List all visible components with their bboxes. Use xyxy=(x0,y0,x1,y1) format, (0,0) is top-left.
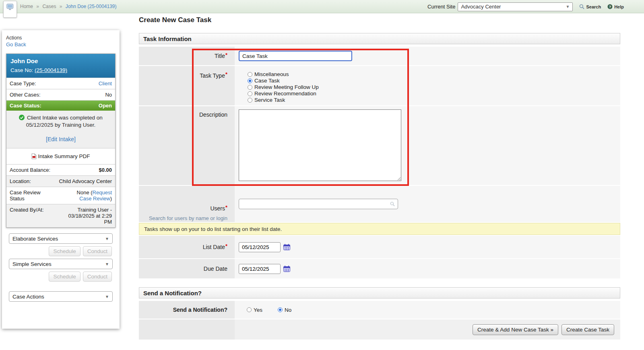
created-by-value: Training User - 03/18/2025 at 2:29 PM xyxy=(62,207,112,225)
notification-option-no[interactable]: No xyxy=(278,307,291,313)
simple-services-select[interactable]: Simple Services ▼ xyxy=(9,259,113,269)
elaborate-services-select[interactable]: Elaborate Services ▼ xyxy=(9,233,113,244)
task-type-row: Task Type* Miscellaneous Case Task Revie… xyxy=(139,66,620,105)
description-textarea[interactable] xyxy=(239,109,401,181)
app-tab[interactable] xyxy=(3,1,17,18)
case-review-label: Case Review Status xyxy=(10,189,52,202)
breadcrumb: Home » Cases » John Doe (25-0004139) xyxy=(20,0,117,13)
location-label: Location: xyxy=(10,178,31,184)
list-date-row: List Date* xyxy=(139,236,620,258)
task-type-option-service-task[interactable]: Service Task xyxy=(248,97,285,103)
current-site-label: Current Site xyxy=(427,4,455,10)
required-asterisk: * xyxy=(225,243,227,249)
current-site-select[interactable]: Advocacy Center ▼ xyxy=(458,2,573,11)
breadcrumb-cases[interactable]: Cases xyxy=(42,4,56,9)
case-actions-select[interactable]: Case Actions ▼ xyxy=(9,291,113,302)
radio-icon[interactable] xyxy=(248,91,252,96)
users-sublabel: Search for users by name or login xyxy=(149,214,227,222)
due-date-input[interactable] xyxy=(239,264,281,274)
services-section: Elaborate Services ▼ Schedule Conduct Si… xyxy=(6,233,116,302)
notification-option-yes[interactable]: Yes xyxy=(247,307,262,313)
case-summary-card: John Doe Case No: (25-0004139) Case Type… xyxy=(6,54,116,228)
case-no-label: Case No: xyxy=(10,67,33,73)
edit-intake-link[interactable]: [Edit Intake] xyxy=(46,136,76,142)
calendar-icon[interactable] xyxy=(283,266,290,272)
case-review-row: Case Review Status None (Request Case Re… xyxy=(6,187,115,204)
description-row: Description xyxy=(139,106,620,185)
list-date-label: List Date xyxy=(203,244,225,250)
case-status-bar: Case Status: Open xyxy=(6,100,115,111)
task-type-option-label: Review Recommendation xyxy=(254,91,316,97)
radio-icon[interactable] xyxy=(248,98,252,103)
conduct-button[interactable]: Conduct xyxy=(83,272,112,282)
case-status-value: Open xyxy=(99,103,112,109)
simple-services-value: Simple Services xyxy=(12,261,52,267)
title-row: Title* xyxy=(139,47,620,65)
topbar-right-group: Current Site Advocacy Center ▼ Search ? … xyxy=(427,0,624,13)
sidebar: Actions Go Back John Doe Case No: (25-00… xyxy=(2,30,120,329)
create-case-task-button[interactable]: Create Case Task xyxy=(561,324,614,335)
case-type-link[interactable]: Client xyxy=(99,80,112,86)
form-buttons-row: Create & Add New Case Task » Create Case… xyxy=(139,319,620,340)
calendar-icon[interactable] xyxy=(283,244,290,250)
account-balance-value: $0.00 xyxy=(54,167,112,173)
radio-icon[interactable] xyxy=(248,72,252,77)
intake-pdf-link[interactable]: Intake Summary PDF xyxy=(38,153,90,159)
due-date-label: Due Date xyxy=(204,266,227,272)
create-and-add-new-case-task-button[interactable]: Create & Add New Case Task » xyxy=(473,324,558,335)
case-actions-value: Case Actions xyxy=(12,294,44,300)
created-by-row: Created By/At: Training User - 03/18/202… xyxy=(6,204,115,227)
client-name: John Doe xyxy=(10,58,111,64)
task-information-header: Task Information xyxy=(139,33,620,44)
schedule-button[interactable]: Schedule xyxy=(49,246,80,256)
case-type-label: Case Type: xyxy=(10,80,36,86)
radio-icon[interactable] xyxy=(247,307,252,312)
app-icon xyxy=(6,4,14,10)
other-cases-label: Other Cases: xyxy=(10,92,41,98)
title-label: Title xyxy=(215,53,225,59)
radio-icon-selected[interactable] xyxy=(278,307,283,312)
breadcrumb-home[interactable]: Home xyxy=(20,4,33,9)
task-type-option-case-task[interactable]: Case Task xyxy=(248,78,280,84)
conduct-button[interactable]: Conduct xyxy=(83,246,112,256)
list-date-input[interactable] xyxy=(239,242,281,252)
intake-pdf-row[interactable]: Intake Summary PDF xyxy=(6,148,115,164)
title-input[interactable] xyxy=(239,51,352,61)
task-type-option-review-meeting-follow-up[interactable]: Review Meeting Follow Up xyxy=(248,84,319,91)
chevron-down-icon: ▼ xyxy=(105,237,109,241)
notification-no-label: No xyxy=(285,307,291,313)
check-circle-icon xyxy=(19,115,25,120)
description-label: Description xyxy=(199,111,227,118)
account-balance-label: Account Balance: xyxy=(10,167,50,173)
users-search-input[interactable] xyxy=(239,199,398,209)
task-type-option-miscellaneous[interactable]: Miscellaneous xyxy=(248,71,289,78)
radio-icon-selected[interactable] xyxy=(248,78,252,83)
users-label: Users xyxy=(210,205,225,212)
other-cases-row: Other Cases: No xyxy=(6,89,115,100)
current-site-value: Advocacy Center xyxy=(461,4,501,10)
task-type-option-label: Miscellaneous xyxy=(254,71,289,78)
send-notification-label: Send a Notification? xyxy=(173,307,227,313)
required-asterisk: * xyxy=(225,52,227,58)
search-button[interactable]: Search xyxy=(579,4,601,9)
help-button[interactable]: ? Help xyxy=(607,4,624,9)
notification-yes-label: Yes xyxy=(254,307,262,313)
elaborate-services-value: Elaborate Services xyxy=(12,236,58,242)
go-back-link[interactable]: Go Back xyxy=(6,41,26,47)
case-no-link[interactable]: (25-0004139) xyxy=(35,67,67,73)
send-notification-row: Send a Notification? Yes No xyxy=(139,301,620,319)
account-balance-row: Account Balance: $0.00 xyxy=(6,164,115,175)
pdf-icon xyxy=(31,153,37,159)
task-type-option-label: Case Task xyxy=(254,78,280,84)
intake-status-block: Client Intake was completed on 05/12/202… xyxy=(6,111,115,148)
location-row: Location: Child Advocacy Center xyxy=(6,175,115,187)
chevron-down-icon: ▼ xyxy=(566,4,570,9)
breadcrumb-current-case[interactable]: John Doe (25-0004139) xyxy=(66,4,117,9)
other-cases-value: No xyxy=(44,92,112,98)
schedule-button[interactable]: Schedule xyxy=(49,272,80,282)
breadcrumb-separator: » xyxy=(60,4,62,9)
task-type-option-review-recommendation[interactable]: Review Recommendation xyxy=(248,91,316,97)
radio-icon[interactable] xyxy=(248,85,252,90)
svg-text:?: ? xyxy=(609,5,611,9)
task-type-label: Task Type xyxy=(200,72,225,79)
